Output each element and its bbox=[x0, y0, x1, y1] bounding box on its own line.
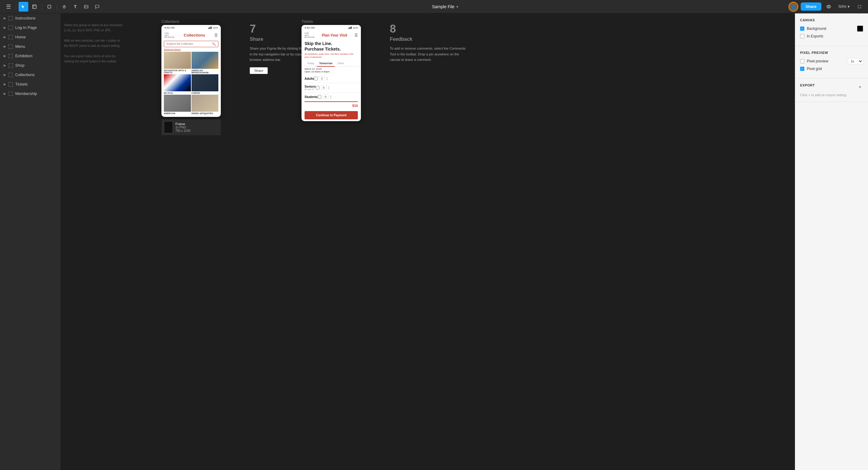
students-decrement[interactable]: ▼ bbox=[330, 97, 332, 99]
adults-decrement[interactable]: ▼ bbox=[326, 79, 328, 81]
ticket-row-seniors: Seniors $5 with ID 0 ▲ ▼ bbox=[302, 83, 361, 93]
sidebar-label-menu: Menu bbox=[15, 44, 57, 49]
share-demo-label: Share bbox=[250, 67, 268, 74]
zoom-control[interactable]: 50% ▾ bbox=[836, 3, 852, 10]
background-row: Background bbox=[800, 26, 863, 32]
total-label: Total bbox=[305, 104, 352, 107]
hamburger-icon: ☰ bbox=[6, 3, 11, 10]
seniors-decrement[interactable]: ▼ bbox=[328, 88, 330, 90]
expand-icon-menu: ▶ bbox=[4, 45, 6, 48]
art-label-cubism: CUBISM bbox=[192, 92, 219, 94]
sidebar-item-tickets[interactable]: ▶ Tickets bbox=[0, 79, 61, 89]
pixel-preview-checkbox[interactable] bbox=[800, 59, 804, 63]
signal-icon bbox=[208, 27, 212, 29]
seniors-qty-control[interactable]: 0 ▲ ▼ bbox=[316, 85, 330, 90]
adults-qty-box: 2 bbox=[319, 76, 325, 81]
pixel-grid-checkbox[interactable] bbox=[800, 67, 804, 71]
logo-art: ART bbox=[164, 34, 175, 36]
date-row: March 22, 2016 Open 10:30am-5:30pm bbox=[302, 66, 361, 74]
add-export-button[interactable]: + bbox=[857, 84, 863, 90]
tickets-logo-museum: MUSEUM bbox=[305, 36, 315, 38]
share-button[interactable]: Share bbox=[801, 2, 822, 11]
pixel-preview-section: PIXEL PREVIEW Pixel preview 1x 2x Pixel … bbox=[795, 46, 868, 78]
toolbar-left: ☰ T bbox=[4, 2, 102, 11]
sidebar-item-menu[interactable]: ▶ Menu bbox=[0, 42, 61, 51]
adults-increment[interactable]: ▲ bbox=[326, 77, 328, 78]
svg-rect-11 bbox=[211, 27, 212, 29]
sidebar-label-collections: Collections bbox=[15, 72, 57, 77]
seniors-stepper[interactable]: ▲ ▼ bbox=[328, 86, 330, 90]
search-input[interactable] bbox=[166, 42, 212, 45]
art-label-impressionism: AMERICAN IMPRESSIONISM bbox=[192, 69, 219, 74]
event-date: March 22, 2016 bbox=[305, 68, 358, 70]
art-img-decorative bbox=[164, 52, 191, 69]
art-item-decorative[interactable]: DECORATIVE ARTS & CRAFTS bbox=[164, 52, 191, 74]
pen-tool-button[interactable] bbox=[59, 2, 69, 11]
resize-button[interactable] bbox=[855, 2, 864, 11]
sidebar-label-login: Log-In Page bbox=[15, 25, 57, 30]
sidebar-item-shop[interactable]: ▶ Shop bbox=[0, 61, 61, 70]
toolbar: ☰ T bbox=[0, 0, 868, 13]
seniors-checkbox[interactable] bbox=[316, 86, 319, 90]
advanced-search-link[interactable]: Advanced Search bbox=[161, 48, 221, 52]
tab-today[interactable]: Today bbox=[305, 61, 317, 66]
comment-tool-button[interactable] bbox=[92, 2, 102, 11]
sidebar-item-collections[interactable]: ▶ Collections bbox=[0, 70, 61, 79]
arrow-tool-button[interactable] bbox=[19, 2, 28, 11]
image-tool-button[interactable] bbox=[81, 2, 91, 11]
sidebar-item-login[interactable]: ▶ Log-In Page bbox=[0, 23, 61, 32]
adults-qty-control[interactable]: 2 ▲ ▼ bbox=[314, 76, 328, 81]
background-checkbox[interactable] bbox=[800, 27, 804, 31]
art-img-american bbox=[164, 95, 191, 112]
art-label-decorative: DECORATIVE ARTS & CRAFTS bbox=[164, 69, 191, 74]
sidebar-item-home[interactable]: ▶ Home bbox=[0, 32, 61, 42]
art-label-greek: GREEK ANTIQUITIES bbox=[192, 112, 219, 114]
search-icon: 🔍 bbox=[212, 42, 216, 46]
students-stepper[interactable]: ▲ ▼ bbox=[330, 95, 332, 99]
art-item-impressionism[interactable]: AMERICAN IMPRESSIONISM bbox=[192, 52, 219, 74]
sidebar-item-exhibition[interactable]: ▶ Exhibition bbox=[0, 51, 61, 61]
students-checkbox[interactable] bbox=[318, 95, 321, 99]
tab-other[interactable]: Other bbox=[335, 61, 347, 66]
tickets-museum-logo: THE ART MUSEUM bbox=[305, 32, 315, 38]
frame-thumbnail bbox=[164, 121, 173, 133]
sidebar-item-instructions[interactable]: ▶ Instructions bbox=[0, 13, 61, 23]
students-qty-control[interactable]: 0 ▲ ▼ bbox=[318, 94, 332, 99]
background-color-swatch[interactable] bbox=[857, 26, 863, 32]
text-tool-button[interactable]: T bbox=[70, 2, 80, 11]
students-increment[interactable]: ▲ bbox=[330, 95, 332, 97]
frame-icon-membership bbox=[8, 92, 13, 96]
frame-export-size: 750 x 1334 bbox=[176, 129, 191, 132]
frame-tool-button[interactable] bbox=[30, 2, 39, 11]
continue-to-payment-button[interactable]: Continue to Payment bbox=[305, 111, 358, 119]
canvas-area[interactable]: Select any group or object at any resolu… bbox=[61, 13, 795, 470]
sidebar-item-membership[interactable]: ▶ Membership bbox=[0, 89, 61, 98]
adults-label: Adults bbox=[305, 77, 314, 80]
adults-checkbox[interactable] bbox=[314, 77, 318, 80]
shape-tool-button[interactable] bbox=[44, 2, 54, 11]
image-tool-icon bbox=[84, 5, 88, 9]
in-exports-checkbox[interactable] bbox=[800, 34, 804, 38]
collections-menu-icon: ☰ bbox=[214, 33, 218, 37]
search-bar[interactable]: 🔍 bbox=[164, 41, 218, 47]
svg-rect-12 bbox=[348, 28, 349, 29]
art-item-greek[interactable]: GREEK ANTIQUITIES bbox=[192, 95, 219, 114]
file-name-button[interactable]: Sample File ▾ bbox=[429, 3, 461, 10]
art-img-greek bbox=[192, 95, 219, 112]
resize-icon bbox=[857, 5, 862, 9]
tickets-tabs: Today Tomorrow Other bbox=[302, 61, 361, 67]
adults-stepper[interactable]: ▲ ▼ bbox=[326, 77, 328, 81]
toolbar-center: Sample File ▾ bbox=[104, 3, 787, 10]
menu-button[interactable]: ☰ bbox=[4, 2, 13, 11]
art-item-cubism[interactable]: CUBISM bbox=[192, 74, 219, 94]
tab-tomorrow[interactable]: Tomorrow bbox=[317, 61, 335, 67]
background-label: Background bbox=[807, 27, 855, 31]
seniors-increment[interactable]: ▲ bbox=[328, 86, 330, 88]
admission-note: All exhibitions, audio tours, and films … bbox=[302, 53, 361, 61]
preview-button[interactable] bbox=[824, 2, 834, 11]
frame-icon-exhibition bbox=[8, 54, 13, 58]
art-item-american[interactable]: AMERICAN bbox=[164, 95, 191, 114]
tickets-frame-label: Tickets bbox=[302, 20, 361, 24]
pixel-scale-select[interactable]: 1x 2x bbox=[848, 58, 863, 64]
art-item-destijl[interactable]: DE STIJL bbox=[164, 74, 191, 94]
